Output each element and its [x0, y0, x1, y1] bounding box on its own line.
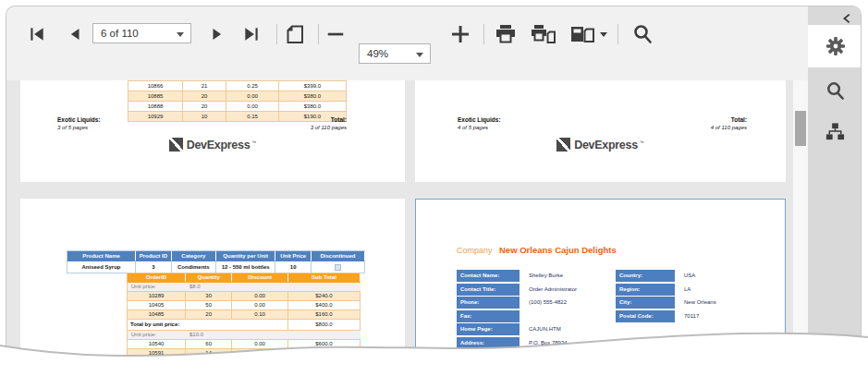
- previous-page-button[interactable]: [67, 24, 83, 44]
- report-page-3[interactable]: 10866 21 0.25 $399.0 10885 20 0.00 $380.…: [20, 80, 405, 182]
- report-page-6-selected[interactable]: Company New Orleans Cajun Delights Conta…: [415, 199, 786, 376]
- scrollbar-thumb[interactable]: [795, 111, 806, 146]
- sidebar-tab-search[interactable]: [808, 69, 862, 112]
- order-row: 10888 20 0.00 $380.0: [128, 102, 347, 112]
- order-id: 10540: [128, 340, 186, 348]
- order-row: 10485 20 0.10 $160.0: [128, 310, 361, 320]
- sitemap-icon: [825, 121, 846, 142]
- order-row: 10866 21 0.25 $399.0: [128, 81, 347, 91]
- field-label: Phone:: [457, 297, 520, 309]
- print-page-button[interactable]: [530, 24, 557, 44]
- field-value: 70117: [675, 310, 773, 322]
- toolbar: 6 of 110 49%: [6, 6, 861, 47]
- discount: 0.15: [226, 112, 279, 121]
- quantity: 21: [183, 81, 226, 91]
- discontinued-checkbox: [335, 264, 341, 271]
- unit-price-label: Unit price:: [128, 283, 186, 291]
- zoom-value: 49%: [367, 48, 388, 59]
- sub-total: $240.0: [288, 292, 361, 300]
- export-to-button[interactable]: [569, 24, 607, 44]
- devexpress-logo: DevExpress ™: [20, 138, 405, 152]
- order-id: 10866: [128, 81, 183, 91]
- order-id-header: OrderID: [128, 273, 186, 282]
- order-id: 10702: [128, 358, 186, 367]
- order-id: 10405: [128, 301, 186, 309]
- toolbar-separator: [617, 24, 618, 44]
- sub-total: $140.0: [288, 349, 361, 358]
- order-id: 10289: [128, 292, 186, 300]
- order-row: 10702 6 0.00 $60.0: [128, 358, 361, 368]
- last-page-button[interactable]: [242, 24, 261, 44]
- order-id: 10591: [128, 349, 186, 358]
- field-label: Fax:: [457, 310, 520, 322]
- zoom-combo[interactable]: 49%: [359, 43, 431, 64]
- devexpress-logo: DevExpress ™: [415, 138, 786, 152]
- total-footer: Total: 4 of 110 pages: [711, 116, 747, 130]
- discontinued-header: Discontinued: [312, 251, 365, 261]
- product-table: Product Name Product ID Category Quantit…: [67, 250, 365, 273]
- chevron-down-icon: [600, 32, 607, 37]
- product-id-header: Product ID: [136, 251, 172, 261]
- page-number-value: 6 of 110: [101, 28, 139, 39]
- field-label: Region:: [616, 284, 675, 296]
- quantity: 10: [183, 112, 226, 121]
- quantity-per-unit-header: Quantity per Unit: [216, 251, 275, 261]
- sub-total: $60.0: [288, 358, 361, 367]
- product-header-row: Product Name Product ID Category Quantit…: [67, 251, 365, 261]
- total-footer: Total: 3 of 110 pages: [311, 116, 347, 130]
- field-value: CAJUN.HTM: [520, 323, 752, 335]
- sidebar-tab-export-options[interactable]: [808, 25, 862, 67]
- unit-price-row: Unit price: $10.0: [128, 331, 361, 340]
- report-page-4[interactable]: Exotic Liquids: 4 of 5 pages Total: 4 of…: [415, 80, 786, 182]
- page-number-combo[interactable]: 6 of 110: [92, 23, 191, 43]
- side-panel: [808, 6, 862, 376]
- sidebar-tab-document-map[interactable]: [808, 110, 862, 152]
- gear-icon: [825, 35, 847, 57]
- search-button[interactable]: [630, 24, 654, 44]
- group-total-label: Total by unit price:: [128, 320, 288, 330]
- discount-header: Discount: [232, 273, 287, 282]
- group-footer-label: Exotic Liquids:: [57, 116, 101, 123]
- order-row: 10591 14 0.00 $140.0: [128, 349, 361, 358]
- group-footer-pages: 4 of 5 pages: [458, 125, 501, 130]
- report-page-5[interactable]: Product Name Product ID Category Quantit…: [20, 199, 405, 376]
- contact-fields-right: Country: USA Region: LA City: New Orlean…: [616, 270, 773, 322]
- report-viewer-window: 6 of 110 49%: [6, 6, 862, 376]
- total-footer-label: Total:: [711, 116, 747, 123]
- chevron-down-icon: [177, 32, 184, 37]
- zoom-in-button[interactable]: [449, 24, 471, 44]
- quantity: 60: [186, 340, 232, 348]
- print-button[interactable]: [494, 24, 518, 44]
- single-page-view-button[interactable]: [284, 24, 306, 44]
- devexpress-logo-icon: [556, 138, 570, 152]
- trademark-symbol: ™: [640, 139, 644, 145]
- zoom-out-button[interactable]: [325, 24, 346, 44]
- field-label: Address:: [457, 337, 520, 349]
- unit-price-header: Unit Price: [275, 251, 312, 261]
- chevron-down-icon: [416, 53, 423, 57]
- vertical-scrollbar[interactable]: [793, 80, 808, 376]
- first-page-button[interactable]: [28, 24, 46, 44]
- group-footer: Exotic Liquids: 4 of 5 pages: [458, 116, 501, 130]
- unit-price-value: $10.0: [186, 331, 232, 339]
- category-header: Category: [172, 251, 216, 261]
- product-name-header: Product Name: [67, 251, 136, 261]
- order-id: 10929: [128, 112, 183, 121]
- order-row: 10540 60 0.00 $600.0: [128, 340, 361, 349]
- toolbar-separator: [318, 24, 319, 44]
- group-footer-pages: 3 of 5 pages: [57, 125, 101, 130]
- total-footer-label: Total:: [311, 116, 347, 123]
- order-row: 10289 30 0.00 $240.0: [128, 292, 361, 301]
- next-page-button[interactable]: [209, 24, 226, 44]
- discount: 0.00: [226, 102, 279, 111]
- sub-total: $160.0: [288, 310, 361, 319]
- order-row: 10405 50 0.00 $400.0: [128, 301, 361, 310]
- quantity: 50: [186, 301, 232, 309]
- group-total-value: $800.0: [288, 320, 361, 330]
- field-label: Postal Code:: [616, 310, 675, 322]
- sub-total: $380.0: [279, 91, 347, 101]
- group-footer-label: Exotic Liquids:: [458, 116, 501, 123]
- unit-price-value: $8.0: [186, 283, 232, 291]
- sub-total: $600.0: [288, 340, 361, 348]
- sub-total: $399.0: [279, 81, 347, 91]
